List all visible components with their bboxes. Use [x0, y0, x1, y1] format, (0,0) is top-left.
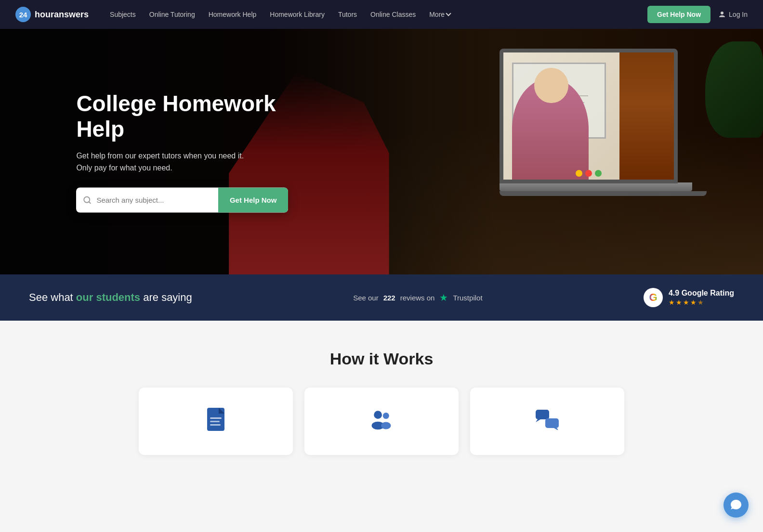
hero-subtitle: Get help from our expert tutors when you…: [76, 149, 307, 174]
laptop-bottom: [500, 191, 707, 196]
hero-get-help-button[interactable]: Get Help Now: [218, 187, 289, 212]
search-input-wrapper: [76, 187, 218, 212]
google-stars: ★ ★ ★ ★ ★: [669, 298, 734, 306]
nav-item-subjects[interactable]: Subjects: [104, 7, 142, 22]
svg-point-8: [383, 413, 389, 419]
nav-item-online-tutoring[interactable]: Online Tutoring: [144, 7, 201, 22]
saying-prefix: See what: [29, 291, 73, 303]
star-5: ★: [697, 298, 704, 306]
google-rating-info: 4.9 Google Rating ★ ★ ★ ★ ★: [669, 289, 734, 306]
nav-get-help-button[interactable]: Get Help Now: [647, 6, 710, 23]
nav-links: Subjects Online Tutoring Homework Help H…: [104, 7, 647, 22]
logo[interactable]: 24 houranswers: [15, 7, 89, 22]
trustpilot-star-icon: ★: [439, 292, 448, 303]
nav-item-online-classes[interactable]: Online Classes: [365, 7, 421, 22]
nav-item-homework-help[interactable]: Homework Help: [203, 7, 263, 22]
trustpilot-name: Trustpilot: [453, 294, 482, 302]
chat-bubbles-icon: [535, 407, 560, 432]
laptop-decoration: [500, 49, 702, 236]
logo-badge: 24: [15, 7, 31, 22]
nav-item-homework-library[interactable]: Homework Library: [264, 7, 330, 22]
navbar: 24 houranswers Subjects Online Tutoring …: [0, 0, 763, 29]
star-4: ★: [690, 298, 697, 306]
nav-item-more[interactable]: More: [423, 7, 456, 22]
svg-rect-3: [210, 417, 222, 419]
svg-point-9: [381, 422, 391, 429]
star-3: ★: [683, 298, 689, 306]
login-button[interactable]: Log In: [718, 11, 748, 18]
svg-rect-4: [210, 421, 220, 422]
more-chevron-icon: [446, 11, 451, 16]
svg-rect-10: [536, 410, 549, 419]
hero-section: College Homework Help Get help from our …: [0, 29, 763, 274]
trustpilot-section[interactable]: See our 222 reviews on ★ Trustpilot: [353, 292, 482, 303]
people-icon: [369, 407, 394, 432]
search-bar: Get Help Now: [76, 187, 288, 212]
svg-rect-11: [545, 418, 559, 428]
google-rating-text: 4.9 Google Rating: [669, 289, 734, 298]
laptop-screen: [500, 49, 678, 183]
svg-rect-5: [210, 424, 221, 426]
how-card-2: [304, 388, 459, 455]
hero-title: College Homework Help: [76, 91, 307, 142]
star-1: ★: [669, 298, 675, 306]
trustpilot-count: 222: [383, 294, 395, 302]
search-input[interactable]: [96, 196, 211, 204]
star-2: ★: [676, 298, 682, 306]
how-card-3: [470, 388, 624, 455]
svg-line-1: [89, 202, 91, 203]
hero-content: College Homework Help Get help from our …: [76, 91, 307, 213]
social-proof-bar: See what our students are saying See our…: [0, 274, 763, 321]
svg-point-6: [374, 411, 382, 419]
user-icon: [718, 11, 726, 18]
how-it-works-section: How it Works: [0, 321, 763, 474]
how-card-1: [139, 388, 293, 455]
trustpilot-prefix: See our: [353, 294, 379, 302]
document-icon: [203, 407, 228, 432]
google-rating-section: G 4.9 Google Rating ★ ★ ★ ★ ★: [644, 288, 734, 307]
nav-item-tutors[interactable]: Tutors: [332, 7, 363, 22]
saying-section: See what our students are saying: [29, 291, 192, 304]
logo-text: houranswers: [35, 10, 89, 20]
trustpilot-suffix: reviews on: [400, 294, 435, 302]
nav-actions: Get Help Now Log In: [647, 6, 748, 23]
google-logo: G: [644, 288, 663, 307]
saying-highlight: our students: [76, 291, 140, 303]
search-icon: [83, 195, 92, 204]
how-it-works-title: How it Works: [29, 350, 734, 368]
cards-row: [29, 388, 734, 455]
laptop-base: [500, 182, 692, 191]
